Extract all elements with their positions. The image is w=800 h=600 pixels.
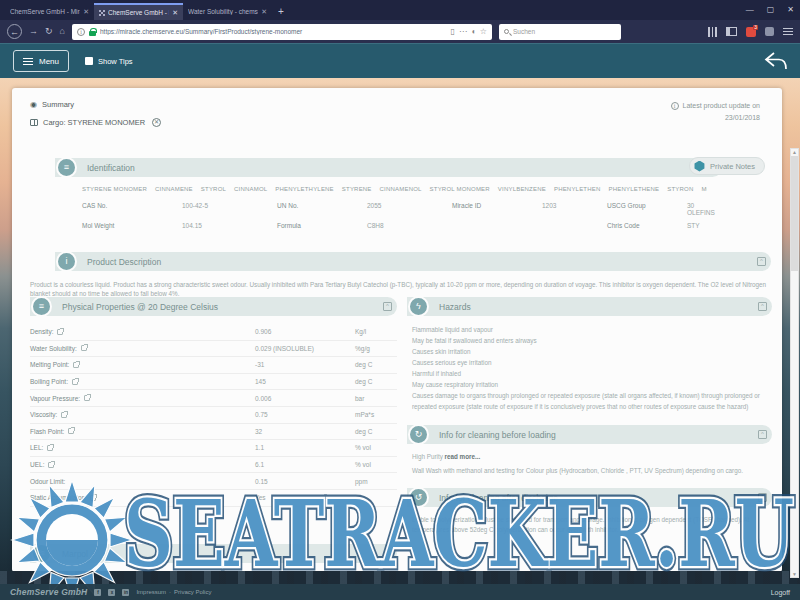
reader-mode-icon[interactable]: ▯ bbox=[451, 27, 455, 36]
property-unit: bar bbox=[355, 395, 397, 402]
toolbar-right: 3 bbox=[708, 27, 793, 37]
hazard-item: Causes skin irritation bbox=[412, 346, 772, 357]
expand-icon[interactable]: ^ bbox=[757, 257, 766, 266]
url-text[interactable]: https://miracle.chemserve.eu/Summary/Fir… bbox=[100, 28, 447, 35]
library-icon[interactable] bbox=[708, 27, 717, 37]
hazard-item: Harmful if inhaled bbox=[412, 368, 772, 379]
property-value: 0.15 bbox=[255, 478, 355, 485]
popup-icon[interactable] bbox=[48, 462, 54, 468]
section-title: Product Description bbox=[87, 257, 161, 267]
section-cleaning-after-discharge[interactable]: ↺ Info for cleaning after discharge ^ bbox=[407, 488, 772, 507]
cargo-chip[interactable]: Cargo: STYRENE MONOMER ✕ bbox=[30, 118, 161, 127]
table-row: LEL: 1.1 % vol bbox=[30, 440, 397, 457]
scroll-up-icon[interactable]: ▲ bbox=[792, 149, 797, 155]
popup-icon[interactable] bbox=[61, 412, 67, 418]
hazard-item: Flammable liquid and vapour bbox=[412, 324, 772, 335]
section-title: Hazards bbox=[439, 302, 471, 312]
popup-icon[interactable] bbox=[84, 395, 90, 401]
site-info-icon[interactable]: i bbox=[77, 28, 85, 36]
section-hazards[interactable]: ϟ Hazards ^ bbox=[407, 297, 772, 316]
sidebar-icon[interactable] bbox=[726, 27, 737, 36]
facebook-icon[interactable]: f bbox=[94, 589, 101, 596]
url-bar[interactable]: i https://miracle.chemserve.eu/Summary/F… bbox=[72, 24, 492, 40]
read-more-link[interactable]: read more... bbox=[445, 453, 481, 460]
back-button[interactable]: ← bbox=[7, 24, 22, 39]
popup-icon[interactable] bbox=[90, 495, 96, 501]
xing-icon[interactable]: x bbox=[108, 589, 115, 596]
expand-icon[interactable]: ^ bbox=[383, 302, 392, 311]
search-input[interactable]: Suchen bbox=[499, 24, 621, 40]
popup-icon[interactable] bbox=[47, 445, 53, 451]
home-button[interactable]: ⌂ bbox=[60, 27, 65, 36]
property-unit: Kg/l bbox=[355, 328, 397, 335]
expand-icon[interactable]: ^ bbox=[758, 493, 767, 502]
field-value: 30 OLEFINS bbox=[687, 202, 722, 216]
tab-close-icon[interactable]: ✕ bbox=[261, 8, 267, 16]
hazard-list: Flammable liquid and vapour May be fatal… bbox=[407, 324, 772, 412]
tab-chemserve-1[interactable]: ChemServe GmbH - Miracle ✕ bbox=[5, 3, 94, 20]
field-label: Mol Weight bbox=[82, 222, 182, 229]
logoff-button[interactable]: Logoff bbox=[771, 589, 790, 596]
section-marpol[interactable]: ≋ Marpol bbox=[30, 544, 397, 563]
update-note: Latest product update on bbox=[683, 100, 760, 112]
tab-close-icon[interactable]: ✕ bbox=[83, 8, 89, 16]
search-icon bbox=[504, 29, 509, 34]
expand-icon[interactable]: ^ bbox=[758, 302, 767, 311]
expand-icon[interactable]: ^ bbox=[758, 430, 767, 439]
close-button[interactable]: ✕ bbox=[787, 5, 794, 14]
show-tips-toggle[interactable]: Show Tips bbox=[85, 57, 133, 66]
privacy-policy-link[interactable]: Privacy Policy bbox=[174, 589, 211, 595]
property-value: Yes bbox=[255, 494, 355, 501]
popup-icon[interactable] bbox=[68, 428, 74, 434]
pocket-icon[interactable]: ◖ bbox=[471, 27, 476, 36]
popup-icon[interactable] bbox=[57, 329, 63, 335]
linkedin-icon[interactable]: in bbox=[122, 589, 129, 596]
impressum-link[interactable]: Impressum bbox=[136, 589, 166, 595]
table-row: Water Solubility: 0.029 (INSOLUBLE) %g/g bbox=[30, 341, 397, 358]
remove-cargo-icon[interactable]: ✕ bbox=[152, 118, 161, 127]
scroll-down-icon[interactable]: ▼ bbox=[792, 571, 797, 577]
summary-label: Summary bbox=[42, 100, 74, 109]
tab-chemserve-2-active[interactable]: ChemServe GmbH - Miracle ✕ bbox=[94, 3, 183, 20]
browser-menu-icon[interactable] bbox=[783, 28, 793, 35]
scrollbar[interactable]: ▲ ▼ bbox=[790, 148, 799, 578]
property-label: Melting Point: bbox=[30, 361, 69, 368]
private-notes-button[interactable]: Private Notes bbox=[689, 157, 765, 175]
section-identification[interactable]: ≡ Identification bbox=[55, 158, 722, 177]
identification-icon: ≡ bbox=[56, 157, 77, 178]
popup-icon[interactable] bbox=[73, 362, 79, 368]
maximize-button[interactable]: ▢ bbox=[767, 5, 775, 14]
minimize-button[interactable]: — bbox=[746, 5, 754, 14]
section-title: Identification bbox=[87, 163, 135, 173]
extension-icon[interactable] bbox=[765, 27, 774, 36]
popup-icon[interactable] bbox=[81, 345, 87, 351]
section-cleaning-before-loading[interactable]: ↻ Info for cleaning before loading ^ bbox=[407, 425, 772, 444]
cargo-box-icon bbox=[30, 119, 38, 126]
menu-button[interactable]: Menu bbox=[13, 50, 69, 72]
back-arrow-icon[interactable] bbox=[764, 51, 788, 75]
new-tab-button[interactable]: + bbox=[278, 6, 284, 17]
property-value: 32 bbox=[255, 428, 355, 435]
show-tips-checkbox[interactable] bbox=[85, 57, 93, 65]
forward-button[interactable]: → bbox=[29, 27, 38, 36]
popup-icon[interactable] bbox=[72, 379, 78, 385]
property-label: Vapour Pressure: bbox=[30, 395, 80, 402]
physical-properties-table: Density: 0.906 Kg/l Water Solubility: 0.… bbox=[30, 324, 397, 507]
identification-grid: CAS No. 100-42-5 UN No. 2055 Miracle ID … bbox=[82, 202, 722, 229]
section-product-description[interactable]: i Product Description ^ bbox=[55, 252, 771, 271]
section-physical-properties[interactable]: ≡ Physical Properties @ 20 Degree Celsiu… bbox=[30, 297, 397, 316]
synonym: STYROL bbox=[201, 186, 226, 192]
ship-deck-photo bbox=[0, 571, 800, 584]
summary-breadcrumb[interactable]: ◉ Summary bbox=[30, 100, 74, 109]
cleaning-before-line1: High Purity read more... bbox=[407, 453, 772, 460]
field-value: 2055 bbox=[367, 202, 452, 216]
bookmark-star-icon[interactable]: ☆ bbox=[480, 27, 487, 36]
page-actions-icon[interactable]: ⋯ bbox=[459, 27, 467, 36]
favicon-icon bbox=[99, 10, 105, 16]
synonym: PHENYLETHENE bbox=[608, 186, 659, 192]
refresh-button[interactable]: ↻ bbox=[45, 27, 53, 36]
scrollbar-thumb[interactable] bbox=[791, 156, 798, 271]
adblock-extension-icon[interactable]: 3 bbox=[746, 27, 756, 37]
tab-close-icon[interactable]: ✕ bbox=[172, 9, 178, 17]
tab-water-solubility[interactable]: Water Solubility - chemserve ✕ bbox=[183, 3, 272, 20]
